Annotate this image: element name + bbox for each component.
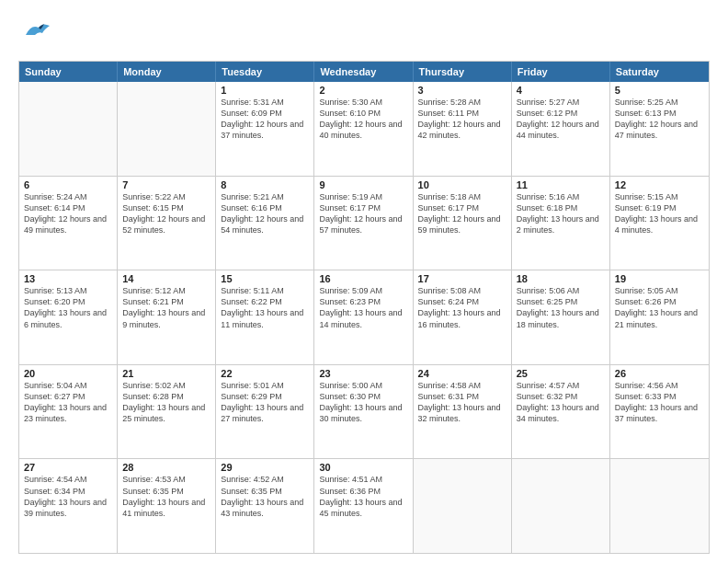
day-number: 12	[615, 179, 704, 190]
day-number: 13	[24, 273, 112, 284]
day-header-monday: Monday	[118, 62, 216, 82]
day-header-tuesday: Tuesday	[216, 62, 314, 82]
day-cell-30: 30Sunrise: 4:51 AM Sunset: 6:36 PM Dayli…	[314, 459, 413, 553]
calendar-row-3: 13Sunrise: 5:13 AM Sunset: 6:20 PM Dayli…	[19, 270, 709, 365]
day-cell-14: 14Sunrise: 5:12 AM Sunset: 6:21 PM Dayli…	[118, 270, 216, 364]
day-header-saturday: Saturday	[610, 62, 709, 82]
day-info: Sunrise: 5:16 AM Sunset: 6:18 PM Dayligh…	[517, 191, 605, 236]
day-number: 27	[24, 462, 112, 473]
day-cell-23: 23Sunrise: 5:00 AM Sunset: 6:30 PM Dayli…	[314, 365, 413, 459]
day-cell-25: 25Sunrise: 4:57 AM Sunset: 6:32 PM Dayli…	[512, 365, 610, 459]
header	[18, 17, 710, 52]
day-number: 3	[418, 85, 506, 96]
day-header-thursday: Thursday	[414, 62, 512, 82]
day-number: 1	[221, 85, 309, 96]
day-number: 15	[221, 273, 309, 284]
day-number: 2	[319, 85, 407, 96]
empty-cell-4-5	[512, 459, 610, 553]
day-number: 21	[122, 368, 210, 379]
day-number: 14	[122, 273, 210, 284]
day-cell-4: 4Sunrise: 5:27 AM Sunset: 6:12 PM Daylig…	[512, 82, 610, 176]
day-info: Sunrise: 5:31 AM Sunset: 6:09 PM Dayligh…	[221, 97, 309, 142]
day-cell-22: 22Sunrise: 5:01 AM Sunset: 6:29 PM Dayli…	[216, 365, 314, 459]
day-info: Sunrise: 5:30 AM Sunset: 6:10 PM Dayligh…	[319, 97, 407, 142]
empty-cell-4-6	[610, 459, 709, 553]
day-cell-9: 9Sunrise: 5:19 AM Sunset: 6:17 PM Daylig…	[314, 177, 413, 270]
day-cell-5: 5Sunrise: 5:25 AM Sunset: 6:13 PM Daylig…	[610, 82, 709, 176]
empty-cell-0-1	[118, 82, 216, 176]
day-cell-12: 12Sunrise: 5:15 AM Sunset: 6:19 PM Dayli…	[610, 177, 709, 270]
day-cell-16: 16Sunrise: 5:09 AM Sunset: 6:23 PM Dayli…	[314, 270, 413, 364]
day-cell-17: 17Sunrise: 5:08 AM Sunset: 6:24 PM Dayli…	[414, 270, 512, 364]
day-info: Sunrise: 5:11 AM Sunset: 6:22 PM Dayligh…	[221, 285, 309, 330]
day-cell-13: 13Sunrise: 5:13 AM Sunset: 6:20 PM Dayli…	[19, 270, 118, 364]
day-info: Sunrise: 5:18 AM Sunset: 6:17 PM Dayligh…	[418, 191, 506, 236]
day-number: 19	[615, 273, 704, 284]
day-number: 24	[418, 368, 506, 379]
day-number: 28	[122, 462, 210, 473]
day-info: Sunrise: 4:57 AM Sunset: 6:32 PM Dayligh…	[517, 380, 605, 425]
calendar-row-5: 27Sunrise: 4:54 AM Sunset: 6:34 PM Dayli…	[19, 459, 709, 553]
day-number: 25	[517, 368, 605, 379]
day-info: Sunrise: 5:21 AM Sunset: 6:16 PM Dayligh…	[221, 191, 309, 236]
day-cell-1: 1Sunrise: 5:31 AM Sunset: 6:09 PM Daylig…	[216, 82, 314, 176]
day-number: 10	[418, 179, 506, 190]
logo	[18, 17, 57, 52]
day-info: Sunrise: 5:00 AM Sunset: 6:30 PM Dayligh…	[319, 380, 407, 425]
day-number: 5	[615, 85, 704, 96]
calendar-body: 1Sunrise: 5:31 AM Sunset: 6:09 PM Daylig…	[19, 82, 709, 553]
day-info: Sunrise: 5:13 AM Sunset: 6:20 PM Dayligh…	[24, 285, 112, 330]
day-number: 8	[221, 179, 309, 190]
page: SundayMondayTuesdayWednesdayThursdayFrid…	[0, 0, 728, 563]
day-number: 30	[319, 462, 407, 473]
day-cell-10: 10Sunrise: 5:18 AM Sunset: 6:17 PM Dayli…	[414, 177, 512, 270]
day-number: 29	[221, 462, 309, 473]
day-cell-29: 29Sunrise: 4:52 AM Sunset: 6:35 PM Dayli…	[216, 459, 314, 553]
logo-icon	[18, 17, 53, 52]
day-info: Sunrise: 5:12 AM Sunset: 6:21 PM Dayligh…	[122, 285, 210, 330]
day-header-friday: Friday	[512, 62, 610, 82]
calendar-row-1: 1Sunrise: 5:31 AM Sunset: 6:09 PM Daylig…	[19, 82, 709, 177]
day-cell-8: 8Sunrise: 5:21 AM Sunset: 6:16 PM Daylig…	[216, 177, 314, 270]
day-cell-27: 27Sunrise: 4:54 AM Sunset: 6:34 PM Dayli…	[19, 459, 118, 553]
day-header-sunday: Sunday	[19, 62, 118, 82]
day-cell-26: 26Sunrise: 4:56 AM Sunset: 6:33 PM Dayli…	[610, 365, 709, 459]
day-number: 20	[24, 368, 112, 379]
day-number: 17	[418, 273, 506, 284]
day-cell-28: 28Sunrise: 4:53 AM Sunset: 6:35 PM Dayli…	[118, 459, 216, 553]
day-info: Sunrise: 4:58 AM Sunset: 6:31 PM Dayligh…	[418, 380, 506, 425]
day-cell-21: 21Sunrise: 5:02 AM Sunset: 6:28 PM Dayli…	[118, 365, 216, 459]
day-info: Sunrise: 5:27 AM Sunset: 6:12 PM Dayligh…	[517, 97, 605, 142]
day-number: 11	[517, 179, 605, 190]
day-cell-7: 7Sunrise: 5:22 AM Sunset: 6:15 PM Daylig…	[118, 177, 216, 270]
day-info: Sunrise: 5:05 AM Sunset: 6:26 PM Dayligh…	[615, 285, 704, 330]
day-info: Sunrise: 4:56 AM Sunset: 6:33 PM Dayligh…	[615, 380, 704, 425]
day-info: Sunrise: 5:08 AM Sunset: 6:24 PM Dayligh…	[418, 285, 506, 330]
day-number: 9	[319, 179, 407, 190]
day-info: Sunrise: 5:15 AM Sunset: 6:19 PM Dayligh…	[615, 191, 704, 236]
day-info: Sunrise: 5:02 AM Sunset: 6:28 PM Dayligh…	[122, 380, 210, 425]
day-cell-24: 24Sunrise: 4:58 AM Sunset: 6:31 PM Dayli…	[414, 365, 512, 459]
day-number: 22	[221, 368, 309, 379]
day-cell-11: 11Sunrise: 5:16 AM Sunset: 6:18 PM Dayli…	[512, 177, 610, 270]
calendar-row-2: 6Sunrise: 5:24 AM Sunset: 6:14 PM Daylig…	[19, 177, 709, 271]
day-cell-18: 18Sunrise: 5:06 AM Sunset: 6:25 PM Dayli…	[512, 270, 610, 364]
day-number: 26	[615, 368, 704, 379]
day-cell-15: 15Sunrise: 5:11 AM Sunset: 6:22 PM Dayli…	[216, 270, 314, 364]
day-number: 16	[319, 273, 407, 284]
calendar: SundayMondayTuesdayWednesdayThursdayFrid…	[18, 61, 710, 554]
day-info: Sunrise: 5:04 AM Sunset: 6:27 PM Dayligh…	[24, 380, 112, 425]
day-number: 4	[517, 85, 605, 96]
day-header-wednesday: Wednesday	[314, 62, 413, 82]
day-info: Sunrise: 5:25 AM Sunset: 6:13 PM Dayligh…	[615, 97, 704, 142]
day-info: Sunrise: 5:22 AM Sunset: 6:15 PM Dayligh…	[122, 191, 210, 236]
day-info: Sunrise: 4:51 AM Sunset: 6:36 PM Dayligh…	[319, 474, 407, 519]
day-info: Sunrise: 5:24 AM Sunset: 6:14 PM Dayligh…	[24, 191, 112, 236]
day-info: Sunrise: 5:01 AM Sunset: 6:29 PM Dayligh…	[221, 380, 309, 425]
day-number: 6	[24, 179, 112, 190]
day-info: Sunrise: 4:54 AM Sunset: 6:34 PM Dayligh…	[24, 474, 112, 519]
day-cell-2: 2Sunrise: 5:30 AM Sunset: 6:10 PM Daylig…	[314, 82, 413, 176]
day-info: Sunrise: 5:09 AM Sunset: 6:23 PM Dayligh…	[319, 285, 407, 330]
day-info: Sunrise: 5:28 AM Sunset: 6:11 PM Dayligh…	[418, 97, 506, 142]
day-info: Sunrise: 4:53 AM Sunset: 6:35 PM Dayligh…	[122, 474, 210, 519]
